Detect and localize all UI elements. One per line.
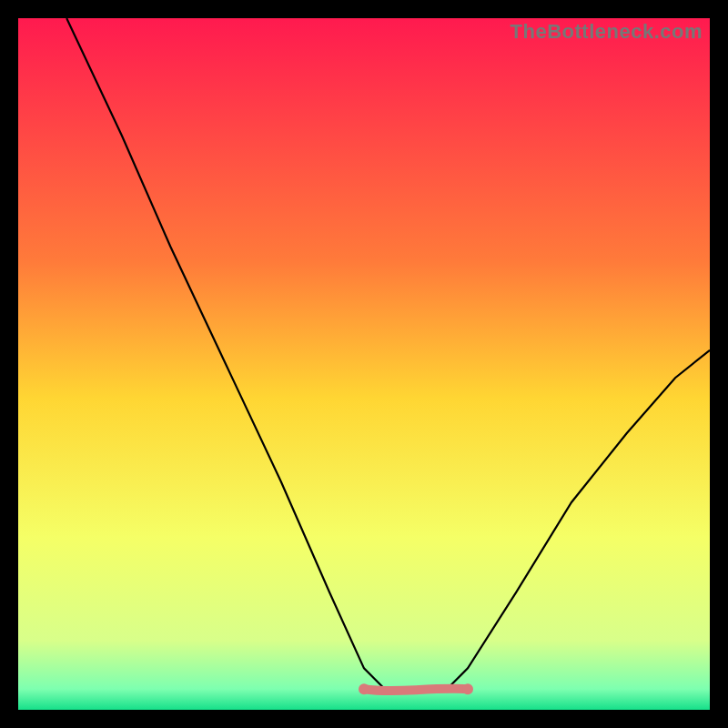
optimal-band-line <box>364 689 468 691</box>
bottleneck-chart <box>18 18 710 710</box>
watermark-text: TheBottleneck.com <box>511 20 703 44</box>
chart-frame: TheBottleneck.com <box>18 18 710 710</box>
gradient-background <box>18 18 710 710</box>
optimal-band-dot-right <box>462 683 473 694</box>
optimal-band-dot-left <box>359 683 369 694</box>
